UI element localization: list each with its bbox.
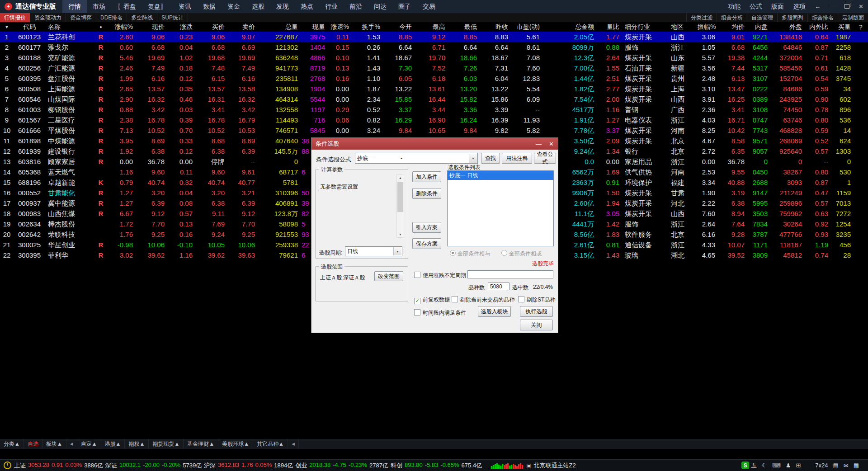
tab-自选[interactable]: 自选 — [24, 439, 42, 449]
change-range-button[interactable]: 改变范围 — [374, 271, 403, 281]
toolbar-item-资金驱动力[interactable]: 资金驱动力 — [30, 13, 66, 22]
index-name-上证[interactable]: 上证 — [14, 462, 26, 470]
tab-自定▲[interactable]: 自定▲ — [77, 439, 101, 449]
index-name-科创[interactable]: 科创 — [391, 462, 402, 470]
table-row[interactable]: 4600256广汇能源R2.467.490.187.487.4994177387… — [0, 63, 868, 73]
column-header-昨收[interactable]: 昨收 — [480, 22, 511, 32]
toolbar-item-多空阵线[interactable]: 多空阵线 — [127, 13, 157, 22]
user-icon[interactable]: ♟ — [786, 462, 791, 469]
menu-item-功能[interactable]: 功能 — [723, 0, 745, 13]
back-icon[interactable]: ← — [810, 3, 825, 10]
column-header-市盈(动)[interactable]: 市盈(动) — [511, 22, 542, 32]
column-header-地区[interactable]: 地区 — [668, 22, 698, 32]
index-name-沪深[interactable]: 沪深 — [204, 462, 216, 470]
column-header-涨幅%[interactable]: 涨幅% — [108, 22, 136, 32]
menu-item-〖看盘[interactable]: 〖看盘 — [111, 0, 142, 13]
chevron-down-icon[interactable]: ▼ — [469, 154, 477, 163]
table-row[interactable]: 8601003柳钢股份R0.883.420.033.413.4213255811… — [0, 104, 868, 115]
dialog-close-icon[interactable]: ✕ — [549, 141, 554, 147]
grid-icon[interactable]: ▦ — [854, 462, 859, 469]
tab-美股环球▲[interactable]: 美股环球▲ — [218, 439, 253, 449]
radio-all-and[interactable]: 全部条件相与 — [450, 250, 490, 258]
column-header-涨速%[interactable]: 涨速% — [328, 22, 352, 32]
panel-icon[interactable]: ▤ — [833, 462, 839, 469]
apps-icon[interactable]: ⊞ — [796, 462, 801, 469]
index-name-创业[interactable]: 创业 — [295, 462, 307, 470]
scroll-up-icon[interactable]: ▲ — [397, 175, 404, 181]
tab-期权▲[interactable]: 期权▲ — [125, 439, 149, 449]
menu-item-资金[interactable]: 资金 — [222, 0, 246, 13]
column-header-今开[interactable]: 今开 — [383, 22, 415, 32]
toolbar-item-综合排名[interactable]: 综合排名 — [807, 13, 838, 22]
tab-其它品种▲[interactable]: 其它品种▲ — [253, 439, 288, 449]
toolbar-item-分类过滤[interactable]: 分类过滤 — [686, 13, 717, 22]
tab-板块▲[interactable]: 板块▲ — [42, 439, 66, 449]
column-header-内外比[interactable]: 内外比 — [805, 22, 831, 32]
tab-scroll-icon[interactable]: ◀ — [288, 439, 299, 449]
menu-item-资讯[interactable]: 资讯 — [173, 0, 197, 13]
column-header-名称[interactable]: 名称 — [45, 22, 94, 32]
table-row[interactable]: 3600188兖矿能源R5.4619.691.0219.6819.6963624… — [0, 52, 868, 63]
table-row[interactable]: 2600177雅戈尔R0.606.680.046.686.69121302140… — [0, 42, 868, 52]
checkbox-forward-adjusted[interactable]: ✓前复权数据 — [414, 296, 450, 304]
condition-list-item-selected[interactable]: 抄底一 日线 — [448, 171, 553, 180]
table-row[interactable]: 10601666平煤股份R7.1310.520.7010.5210.537465… — [0, 125, 868, 136]
toolbar-item-定制版面[interactable]: 定制版面 — [838, 13, 868, 22]
column-header-总量[interactable]: 总量 — [258, 22, 301, 32]
menu-item-选项[interactable]: 选项 — [788, 0, 810, 13]
table-row[interactable]: 6600508上海能源R2.6513.570.3513.5713.5813490… — [0, 84, 868, 94]
keyboard-icon[interactable]: ⌨ — [772, 462, 781, 469]
checkbox-exclude-st[interactable]: 剔除ST品种 — [518, 296, 555, 304]
toolbar-item-自选管理[interactable]: 自选管理 — [747, 13, 777, 22]
count-input[interactable]: 5080 — [488, 283, 509, 290]
toolbar-item-SUP统计[interactable]: SUP统计 — [157, 13, 188, 22]
column-header-均价[interactable]: 均价 — [718, 22, 747, 32]
toolbar-item-多股同列[interactable]: 多股同列 — [777, 13, 807, 22]
column-header-买价[interactable]: 买价 — [195, 22, 227, 32]
column-header-最低[interactable]: 最低 — [448, 22, 480, 32]
server-name[interactable]: 北京联通主站Z2 — [533, 462, 576, 470]
tab-港股▲[interactable]: 港股▲ — [101, 439, 125, 449]
column-header-买量[interactable]: 买量 — [831, 22, 854, 32]
scroll-down-icon[interactable]: ▼ — [397, 231, 404, 237]
formula-combobox[interactable]: 抄底一 - ▼ — [355, 153, 478, 164]
menu-item-发现[interactable]: 发现 — [270, 0, 295, 13]
period-combobox[interactable]: 日线 ▼ — [345, 246, 402, 256]
column-header-外盘[interactable]: 外盘 — [770, 22, 805, 32]
column-header-量比[interactable]: 量比 — [597, 22, 622, 32]
table-row[interactable]: 5600395盘江股份R1.996.160.126.156.1623581127… — [0, 73, 868, 84]
tab-基金理财▲[interactable]: 基金理财▲ — [184, 439, 218, 449]
index-name-深证[interactable]: 深证 — [105, 462, 117, 470]
menu-item-公式[interactable]: 公式 — [745, 0, 767, 13]
tab-scroll-icon[interactable]: ◀ — [66, 439, 77, 449]
menu-item-版面[interactable]: 版面 — [767, 0, 788, 13]
column-header-现价[interactable]: 现价 — [136, 22, 167, 32]
column-header-•[interactable]: • — [94, 22, 108, 32]
column-header-代码[interactable]: 代码 — [14, 22, 45, 32]
condition-listbox[interactable]: 抄底一 日线 — [447, 170, 554, 246]
params-scrollbar[interactable]: ▲ ▼ — [396, 174, 404, 238]
menu-item-问达[interactable]: 问达 — [368, 0, 392, 13]
menu-item-交易[interactable]: 交易 — [417, 0, 441, 13]
column-header-细分行业[interactable]: 细分行业 — [622, 22, 668, 32]
execute-select-button[interactable]: 执行选股 — [520, 306, 553, 317]
column-header-最高[interactable]: 最高 — [415, 22, 448, 32]
updown-period-input[interactable] — [467, 270, 553, 278]
checkbox-updown-period[interactable]: 使用涨跌不定周期 — [414, 272, 466, 279]
column-header-卖价[interactable]: 卖价 — [227, 22, 258, 32]
checkbox-time-range[interactable]: 时间段内满足条件 — [414, 309, 466, 317]
chevron-down-icon[interactable]: ▼ — [393, 247, 401, 255]
table-row[interactable]: 9601567三星医疗R2.3816.780.3916.7816.7911449… — [0, 115, 868, 125]
tab-分类▲[interactable]: 分类▲ — [0, 439, 24, 449]
toolbar-item-组合分析[interactable]: 组合分析 — [717, 13, 747, 22]
usage-note-button[interactable]: 用法注释 — [502, 153, 532, 164]
menu-item-市场[interactable]: 市场 — [87, 0, 111, 13]
dialog-minimize-icon[interactable]: — — [536, 141, 542, 147]
toolbar-item-资金博弈[interactable]: 资金博弈 — [66, 13, 96, 22]
moon-icon[interactable]: ☾ — [762, 462, 767, 469]
menu-item-复盘〗[interactable]: 复盘〗 — [142, 0, 173, 13]
menu-item-行情[interactable]: 行情 — [62, 0, 87, 13]
select-to-block-button[interactable]: 选股入板块 — [478, 306, 511, 317]
mail-icon[interactable]: ✉ — [844, 462, 849, 469]
save-plan-button[interactable]: 保存方案 — [412, 238, 441, 249]
